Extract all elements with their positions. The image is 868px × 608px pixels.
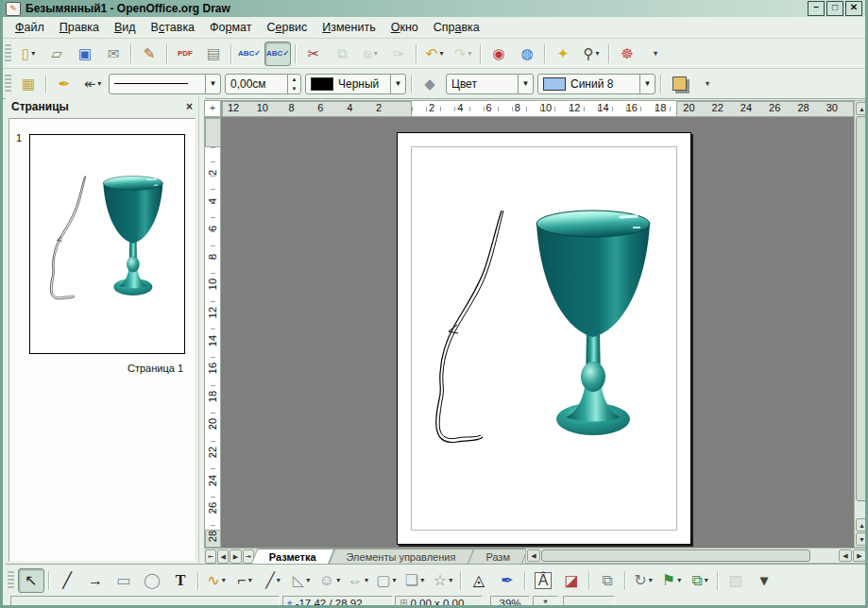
connector-tool-dropdown-icon[interactable]: ▾	[248, 576, 252, 584]
area-fill-icon[interactable]: ◆	[417, 72, 443, 96]
edit-geometry-icon[interactable]: ✒	[51, 72, 77, 96]
new-document-icon[interactable]: ▯▾	[15, 42, 42, 66]
tab-элементы-управления[interactable]: Элементы управления	[332, 549, 471, 565]
maximize-button[interactable]: □	[826, 1, 843, 16]
paste-dropdown-icon[interactable]: ▾	[374, 49, 378, 58]
page-thumbnail[interactable]	[29, 134, 185, 354]
spellcheck-icon[interactable]: ABC✓	[236, 42, 263, 66]
line-color-combo[interactable]: Черный ▼	[305, 74, 406, 94]
horizontal-scroll-thumb[interactable]	[541, 549, 810, 562]
scroll-left-icon[interactable]: ◀	[839, 549, 852, 562]
symbol-shapes-icon[interactable]: ☺▾	[316, 568, 343, 593]
export-pdf-icon[interactable]: PDF	[172, 42, 198, 66]
arrow-tool-icon[interactable]: →	[82, 568, 109, 593]
next-page-button[interactable]: ▶	[230, 549, 241, 564]
spin-down-icon[interactable]: ▼	[288, 84, 300, 93]
toolbar2-more-icon[interactable]: ▾	[694, 72, 721, 96]
cut-icon[interactable]: ✂	[300, 42, 327, 66]
scroll-up-icon[interactable]: ▲	[856, 518, 868, 532]
horizontal-ruler[interactable]: 121086422468101214161820222426283032	[221, 100, 854, 117]
menu-правка[interactable]: Правка	[52, 19, 107, 36]
email-icon[interactable]: ✉	[100, 42, 127, 66]
curve-tool-dropdown-icon[interactable]: ▾	[222, 576, 226, 584]
fill-color-combo[interactable]: Синий 8 ▼	[537, 74, 655, 94]
alignment-dropdown-icon[interactable]: ▾	[677, 576, 681, 584]
help-icon[interactable]: ☸	[614, 42, 640, 66]
stars-icon[interactable]: ☆▾	[430, 568, 456, 593]
vertical-scroll-thumb[interactable]	[856, 116, 868, 501]
hyperlink-icon[interactable]: ◉	[485, 42, 512, 66]
select-tool-icon[interactable]: ↖	[18, 568, 44, 593]
close-button[interactable]: ✕	[845, 1, 862, 16]
toolbar-grip[interactable]	[5, 44, 11, 63]
basic-shapes-icon[interactable]: ◺▾	[288, 568, 315, 593]
status-zoom-field[interactable]: 39%	[490, 596, 530, 605]
chevron-down-icon[interactable]: ▼	[639, 75, 655, 93]
basic-shapes-dropdown-icon[interactable]: ▾	[306, 576, 310, 584]
spin-up-icon[interactable]: ▲	[288, 75, 300, 84]
edit-points-icon[interactable]: ◬	[466, 568, 492, 593]
menu-сервис[interactable]: Сервис	[260, 19, 315, 36]
horizontal-scrollbar[interactable]: ◀ ◀ ▶	[525, 548, 868, 564]
toolbar-more-icon[interactable]: ▾	[642, 42, 669, 66]
new-document-dropdown-icon[interactable]: ▾	[31, 49, 35, 58]
toolbar-grip[interactable]	[8, 571, 14, 590]
menu-вид[interactable]: Вид	[107, 19, 144, 36]
navigator-icon[interactable]: ✦	[550, 42, 576, 66]
undo-icon[interactable]: ↶▾	[421, 42, 448, 66]
close-icon[interactable]: ×	[186, 100, 193, 113]
toolbar3-more-icon[interactable]: ▾	[751, 568, 777, 593]
minimize-button[interactable]: –	[808, 1, 825, 16]
block-arrows-icon[interactable]: ⇔▾	[345, 568, 371, 593]
line-tool-icon[interactable]: ╱	[54, 568, 80, 593]
menu-окно[interactable]: Окно	[383, 19, 426, 36]
alignment-icon[interactable]: ⚑▾	[658, 568, 685, 593]
fontwork-gallery-icon[interactable]: Â	[530, 568, 556, 593]
insert-picture-icon[interactable]: ◪	[558, 568, 585, 593]
shadow-icon[interactable]	[666, 72, 692, 96]
goblet-and-curve-drawing[interactable]	[398, 133, 690, 544]
curve-tool-icon[interactable]: ∿▾	[203, 568, 230, 593]
menu-формат[interactable]: Формат	[202, 19, 259, 36]
arrange-icon[interactable]: ⧉▾	[687, 568, 713, 593]
menu-файл[interactable]: Файл	[8, 19, 52, 36]
toolbar-grip[interactable]	[5, 75, 11, 93]
vertical-scrollbar[interactable]: ▲ ▲ ▼	[854, 100, 868, 548]
callouts-icon[interactable]: ❏▾	[401, 568, 428, 593]
open-folder-icon[interactable]: ▱	[43, 42, 70, 66]
connector-tool-icon[interactable]: ⌐▾	[231, 568, 258, 593]
titlebar[interactable]: ✎ Безымянный1 - OpenOffice.org Draw – □ …	[3, 0, 865, 17]
menu-вставка[interactable]: Вставка	[144, 19, 202, 36]
drawing-canvas[interactable]	[221, 117, 854, 548]
zoom-dropdown-icon[interactable]: ▾	[596, 49, 600, 58]
flowchart-icon[interactable]: ▢▾	[373, 568, 400, 593]
scroll-up-icon[interactable]: ▲	[856, 102, 868, 115]
chevron-down-icon[interactable]: ▼	[390, 75, 405, 93]
save-icon[interactable]: ▣	[72, 42, 98, 66]
rectangle-tool-icon[interactable]: ▭	[111, 568, 137, 593]
scroll-right-icon[interactable]: ▶	[853, 549, 866, 562]
vertical-ruler[interactable]: 246810121416182022242628	[204, 117, 221, 548]
arrange-dropdown-icon[interactable]: ▾	[705, 576, 708, 584]
block-arrows-dropdown-icon[interactable]: ▾	[365, 576, 368, 584]
fill-type-combo[interactable]: Цвет ▼	[446, 74, 534, 94]
first-page-button[interactable]: ⇤	[205, 549, 216, 564]
stars-dropdown-icon[interactable]: ▾	[449, 576, 452, 584]
symbol-shapes-dropdown-icon[interactable]: ▾	[336, 576, 340, 584]
web-document-icon[interactable]: ◍	[514, 42, 540, 66]
arrow-style-icon[interactable]: ↞▾	[79, 72, 106, 96]
auto-spellcheck-icon[interactable]: ABC✓	[264, 42, 291, 66]
tab-разм[interactable]: Разм	[470, 549, 525, 565]
lines-arrows-tool-icon[interactable]: ╱▾	[260, 568, 286, 593]
prev-page-button[interactable]: ◀	[217, 549, 229, 564]
redo-dropdown-icon[interactable]: ▾	[468, 49, 471, 58]
line-style-combo[interactable]: ▼	[109, 74, 221, 94]
scroll-down-icon[interactable]: ▼	[856, 532, 868, 546]
tab-разметка[interactable]: Разметка	[254, 549, 332, 565]
lines-arrows-tool-dropdown-icon[interactable]: ▾	[277, 576, 281, 584]
menu-справка[interactable]: Справка	[426, 19, 487, 36]
menu-изменить[interactable]: Изменить	[315, 19, 383, 36]
flowchart-dropdown-icon[interactable]: ▾	[393, 576, 397, 584]
callouts-dropdown-icon[interactable]: ▾	[420, 576, 424, 584]
edit-file-icon[interactable]: ✎	[136, 42, 162, 66]
